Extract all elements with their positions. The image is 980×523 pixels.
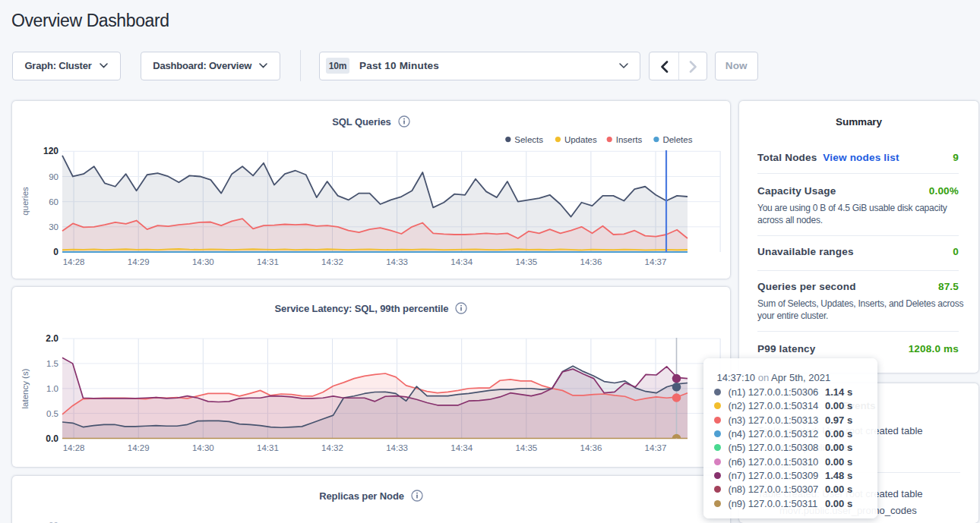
svg-text:14:28: 14:28	[63, 257, 85, 266]
svg-text:Inserts: Inserts	[616, 135, 643, 144]
svg-text:latency (s): latency (s)	[21, 368, 30, 408]
svg-text:14:35: 14:35	[515, 443, 537, 452]
svg-text:queries: queries	[21, 187, 30, 216]
svg-text:14:33: 14:33	[386, 257, 408, 266]
svg-text:14:37: 14:37	[645, 257, 667, 266]
svg-text:14:34: 14:34	[450, 257, 473, 266]
svg-text:14:30: 14:30	[192, 257, 214, 266]
svg-text:14:37: 14:37	[645, 443, 667, 452]
svg-text:14:31: 14:31	[257, 257, 279, 266]
svg-text:14:29: 14:29	[128, 443, 150, 452]
svg-text:0.5: 0.5	[46, 409, 58, 418]
svg-text:90: 90	[49, 172, 58, 181]
svg-text:14:33: 14:33	[386, 443, 408, 452]
svg-text:120: 120	[43, 146, 58, 156]
svg-text:14:29: 14:29	[128, 257, 150, 266]
svg-text:2.0: 2.0	[46, 333, 58, 344]
svg-text:14:36: 14:36	[580, 257, 602, 266]
svg-text:14:32: 14:32	[321, 257, 343, 266]
svg-text:0.0: 0.0	[46, 433, 58, 444]
svg-text:60: 60	[49, 197, 58, 206]
svg-text:14:32: 14:32	[321, 443, 343, 452]
svg-text:14:35: 14:35	[515, 257, 537, 266]
svg-text:0: 0	[53, 247, 58, 257]
svg-text:Selects: Selects	[514, 135, 543, 144]
svg-text:14:31: 14:31	[257, 443, 279, 452]
svg-text:14:36: 14:36	[580, 443, 602, 452]
svg-text:1.5: 1.5	[46, 359, 58, 368]
svg-text:Updates: Updates	[564, 135, 597, 144]
svg-text:14:34: 14:34	[450, 443, 473, 452]
svg-text:Deletes: Deletes	[662, 135, 692, 144]
svg-text:14:30: 14:30	[192, 443, 214, 452]
svg-text:14:28: 14:28	[63, 443, 85, 452]
svg-text:1.0: 1.0	[46, 384, 58, 393]
svg-text:30: 30	[49, 222, 58, 232]
